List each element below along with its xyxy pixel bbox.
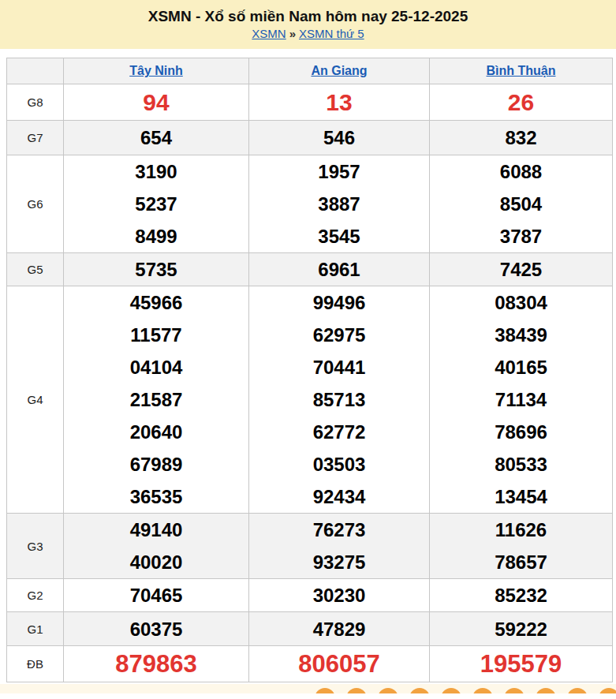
prize-number: 3545 (249, 220, 429, 252)
prize-number: 62772 (249, 416, 429, 448)
lotto-ball-strip (0, 684, 616, 693)
prize-number: 11626 (430, 514, 612, 546)
lotto-ball-icon (441, 688, 461, 693)
table-header-row: Tây Ninh An Giang Bình Thuận (7, 58, 613, 84)
prize-number: 49140 (64, 514, 248, 546)
province-link-an-giang[interactable]: An Giang (311, 64, 367, 77)
prize-number: 20640 (64, 416, 248, 448)
prize-label-g5: G5 (7, 253, 64, 286)
province-link-binh-thuan[interactable]: Bình Thuận (487, 64, 556, 77)
prize-label-db: ĐB (7, 646, 64, 682)
prize-number: 1957 (249, 155, 429, 188)
prize-number: 40020 (64, 546, 248, 578)
prize-label-g7: G7 (7, 121, 64, 155)
prize-number: 3190 (64, 155, 248, 188)
prize-number: 80533 (430, 448, 612, 480)
lotto-ball-icon (346, 688, 367, 693)
prize-number: 47829 (249, 613, 429, 645)
prize-row-g3: G3 49140 40020 76273 93275 11626 78657 (7, 514, 613, 579)
prize-number-special: 195579 (430, 648, 612, 680)
prize-number: 3887 (249, 188, 429, 220)
prize-number: 3787 (430, 220, 612, 252)
prize-number: 26 (430, 86, 612, 118)
prize-number: 08304 (430, 286, 612, 319)
breadcrumb-separator: » (289, 27, 296, 40)
prize-number: 59222 (430, 613, 612, 645)
lotto-ball-icon (567, 688, 588, 693)
prize-row-g6: G6 3190 5237 8499 1957 3887 3545 6088 85… (7, 155, 613, 253)
prize-number: 8499 (64, 220, 248, 252)
corner-cell (7, 58, 64, 84)
lotto-ball-icon (599, 688, 616, 693)
prize-row-g8: G8 94 13 26 (7, 84, 613, 121)
prize-row-db: ĐB 879863 806057 195579 (7, 646, 613, 682)
prize-number: 40165 (430, 351, 612, 383)
prize-number: 8504 (430, 188, 612, 220)
prize-number: 654 (64, 121, 248, 154)
prize-label-g2: G2 (7, 579, 64, 612)
prize-number: 85713 (249, 383, 429, 416)
prize-number: 93275 (249, 546, 429, 578)
prize-number: 85232 (430, 579, 612, 611)
prize-number: 6088 (430, 155, 612, 188)
lotto-ball-icon (378, 688, 398, 693)
column-header-tay-ninh: Tây Ninh (64, 58, 249, 84)
prize-number: 70441 (249, 351, 429, 383)
prize-label-g6: G6 (7, 155, 64, 253)
prize-row-g7: G7 654 546 832 (7, 121, 613, 155)
prize-number: 546 (249, 121, 429, 154)
prize-row-g1: G1 60375 47829 59222 (7, 612, 613, 646)
prize-label-g3: G3 (7, 514, 64, 579)
breadcrumb: XSMN»XSMN thứ 5 (252, 27, 364, 40)
prize-label-g4: G4 (7, 286, 64, 514)
results-table: Tây Ninh An Giang Bình Thuận G8 94 13 26… (6, 58, 613, 682)
prize-number: 78657 (430, 546, 612, 578)
prize-number: 6961 (249, 253, 429, 286)
prize-number-special: 879863 (64, 648, 248, 680)
prize-number: 36535 (64, 480, 248, 513)
prize-number: 30230 (249, 579, 429, 611)
prize-row-g2: G2 70465 30230 85232 (7, 579, 613, 612)
prize-number: 5237 (64, 188, 248, 220)
prize-number: 76273 (249, 514, 429, 546)
prize-number: 94 (64, 86, 248, 118)
prize-number: 5735 (64, 253, 248, 286)
prize-row-g5: G5 5735 6961 7425 (7, 253, 613, 286)
prize-number: 99496 (249, 286, 429, 319)
lotto-ball-icon (504, 688, 525, 693)
prize-number: 13 (249, 86, 429, 118)
prize-number: 38439 (430, 319, 612, 351)
prize-row-g4: G4 45966 11577 04104 21587 20640 67989 3… (7, 286, 613, 514)
prize-label-g8: G8 (7, 84, 64, 121)
lotto-ball-icon (536, 688, 556, 693)
prize-number: 04104 (64, 351, 248, 383)
prize-label-g1: G1 (7, 612, 64, 646)
prize-number: 60375 (64, 613, 248, 645)
page-title: XSMN - Xổ số miền Nam hôm nay 25-12-2025 (148, 9, 468, 25)
prize-number: 21587 (64, 383, 248, 416)
page-header: XSMN - Xổ số miền Nam hôm nay 25-12-2025… (0, 0, 616, 49)
lotto-balls (315, 688, 616, 693)
breadcrumb-link-xsmn[interactable]: XSMN (252, 27, 286, 40)
prize-number: 45966 (64, 286, 248, 319)
prize-number: 62975 (249, 319, 429, 351)
prize-number: 70465 (64, 579, 248, 611)
prize-number: 13454 (430, 480, 612, 513)
prize-number: 67989 (64, 448, 248, 480)
breadcrumb-link-xsmn-thu-5[interactable]: XSMN thứ 5 (299, 27, 364, 40)
prize-number-special: 806057 (249, 648, 429, 680)
column-header-an-giang: An Giang (249, 58, 430, 84)
prize-number: 71134 (430, 383, 612, 416)
lotto-ball-icon (472, 688, 493, 693)
column-header-binh-thuan: Bình Thuận (430, 58, 613, 84)
prize-number: 832 (430, 121, 612, 154)
prize-number: 92434 (249, 480, 429, 513)
province-link-tay-ninh[interactable]: Tây Ninh (129, 64, 183, 77)
prize-number: 7425 (430, 253, 612, 286)
prize-number: 78696 (430, 416, 612, 448)
prize-number: 11577 (64, 319, 248, 351)
lotto-ball-icon (409, 688, 430, 693)
lotto-ball-icon (315, 688, 335, 693)
prize-number: 03503 (249, 448, 429, 480)
